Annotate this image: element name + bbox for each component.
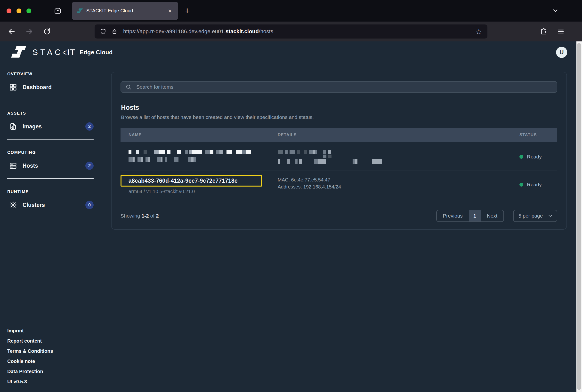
chevron-down-icon <box>547 213 553 218</box>
sidebar: OVERVIEW Dashboard ASSETS <box>0 63 101 392</box>
footer-link-data-protection[interactable]: Data Protection <box>7 369 101 374</box>
window-minimize-button[interactable] <box>17 8 21 13</box>
table-header: NAME DETAILS STATUS <box>121 128 557 142</box>
clusters-helm-icon <box>9 201 18 209</box>
browser-toolbar: https://app.rr-dev-a991186.dev.edge.eu01… <box>0 22 582 42</box>
host-addresses: Addresses: 192.168.4.154/24 <box>278 184 516 190</box>
sidebar-item-label: Hosts <box>23 162 38 169</box>
status-ready-dot <box>519 183 523 186</box>
per-page-select[interactable]: 5 per page <box>513 210 557 222</box>
host-meta: arm64 / v1.10.5-stackit.v0.21.0 <box>129 189 278 194</box>
page-scrollbar-thumb[interactable] <box>577 43 581 390</box>
pagination-summary: Showing 1-2 of 2 <box>121 213 159 219</box>
sidebar-section-runtime: RUNTIME <box>7 190 94 194</box>
product-name: Edge Cloud <box>80 49 113 56</box>
browser-tab-strip: STACKIT Edge Cloud × + <box>0 0 582 22</box>
sidebar-divider <box>7 139 94 140</box>
search-bar[interactable] <box>121 81 557 93</box>
firefox-view-icon[interactable] <box>54 7 62 15</box>
search-icon <box>125 84 132 90</box>
chrome-divider <box>44 2 44 20</box>
images-count-badge: 2 <box>85 122 94 130</box>
url-text: https://app.rr-dev-a991186.dev.edge.eu01… <box>123 28 473 35</box>
clusters-count-badge: 0 <box>85 201 94 209</box>
new-tab-button[interactable]: + <box>184 6 190 16</box>
host-name: a8cab433-760d-412a-9ce7-9c72e771718c <box>129 178 238 184</box>
sidebar-section-computing: COMPUTING <box>7 150 94 155</box>
footer-link-imprint[interactable]: Imprint <box>7 328 101 333</box>
tab-title: STACKIT Edge Cloud <box>86 8 167 14</box>
redacted-host-name <box>129 150 278 164</box>
url-bar[interactable]: https://app.rr-dev-a991186.dev.edge.eu01… <box>95 24 487 38</box>
search-input[interactable] <box>136 84 552 90</box>
browser-tab[interactable]: STACKIT Edge Cloud × <box>72 2 178 20</box>
window-controls <box>7 8 31 13</box>
host-name-highlight[interactable]: a8cab433-760d-412a-9ce7-9c72e771718c <box>121 175 262 186</box>
app-header: STAC<IT Edge Cloud U <box>0 42 582 63</box>
ui-version-label: UI v0.5.3 <box>7 379 101 384</box>
bookmark-star-icon[interactable]: ☆ <box>476 28 482 36</box>
column-header-details: DETAILS <box>278 132 516 137</box>
hosts-count-badge: 2 <box>85 162 94 170</box>
tracking-protection-shield-icon[interactable] <box>100 28 106 35</box>
status-ready-dot <box>519 155 523 159</box>
connection-lock-icon[interactable] <box>112 28 117 35</box>
per-page-value: 5 per page <box>518 213 543 219</box>
hosts-server-icon <box>9 162 18 170</box>
tab-list-chevron-icon[interactable] <box>552 7 559 14</box>
forward-button[interactable] <box>25 28 34 35</box>
sidebar-divider <box>7 100 94 100</box>
tab-close-icon[interactable]: × <box>167 7 173 14</box>
host-details-cell: MAC: 6e:4e:77:e5:54:47 Addresses: 192.16… <box>278 176 516 194</box>
hosts-panel: Hosts Browse a list of hosts that have b… <box>111 72 567 230</box>
user-avatar[interactable]: U <box>556 47 567 58</box>
sidebar-footer: Imprint Report content Terms & Condition… <box>0 328 101 384</box>
sidebar-item-clusters[interactable]: Clusters 0 <box>9 198 94 212</box>
window-zoom-button[interactable] <box>27 8 31 13</box>
sidebar-item-images[interactable]: Images 2 <box>9 120 94 133</box>
menu-hamburger-icon[interactable] <box>557 28 564 35</box>
images-file-icon <box>9 122 18 130</box>
host-status: Ready <box>516 182 557 188</box>
reload-button[interactable] <box>42 28 52 35</box>
page-subtitle: Browse a list of hosts that have been cr… <box>121 114 557 120</box>
redacted-host-details <box>278 150 516 164</box>
sidebar-divider <box>7 178 94 179</box>
back-button[interactable] <box>7 28 17 35</box>
sidebar-item-label: Dashboard <box>23 84 52 90</box>
sidebar-item-hosts[interactable]: Hosts 2 <box>9 159 94 172</box>
stackit-logo <box>11 45 26 59</box>
current-page-button[interactable]: 1 <box>469 210 481 222</box>
stackit-app: STAC<IT Edge Cloud U OVERVIEW Dashboard … <box>0 42 582 392</box>
page-scrollbar-track <box>576 42 582 392</box>
sidebar-item-label: Images <box>23 123 42 130</box>
tab-favicon-stackit <box>77 8 83 14</box>
host-row[interactable]: a8cab433-760d-412a-9ce7-9c72e771718c arm… <box>121 170 557 200</box>
sidebar-section-overview: OVERVIEW <box>7 72 94 76</box>
sidebar-item-label: Clusters <box>23 202 45 208</box>
host-mac: MAC: 6e:4e:77:e5:54:47 <box>278 176 516 184</box>
sidebar-section-assets: ASSETS <box>7 111 94 116</box>
pagination: Showing 1-2 of 2 Previous 1 Next 5 per p… <box>121 210 557 222</box>
column-header-name: NAME <box>121 132 278 137</box>
column-header-status: STATUS <box>516 132 557 137</box>
footer-link-report-content[interactable]: Report content <box>7 338 101 344</box>
sidebar-item-dashboard[interactable]: Dashboard <box>9 80 94 94</box>
footer-link-terms[interactable]: Terms & Conditions <box>7 348 101 354</box>
footer-link-cookie-note[interactable]: Cookie note <box>7 358 101 364</box>
host-status: Ready <box>516 154 557 160</box>
next-page-button[interactable]: Next <box>481 210 503 222</box>
main-content: Hosts Browse a list of hosts that have b… <box>101 63 582 392</box>
dashboard-grid-icon <box>9 83 18 91</box>
stackit-wordmark: STAC<IT <box>33 48 76 57</box>
hosts-table: NAME DETAILS STATUS <box>121 128 557 200</box>
window-close-button[interactable] <box>7 8 12 13</box>
extensions-puzzle-icon[interactable] <box>540 28 547 35</box>
previous-page-button[interactable]: Previous <box>437 210 469 222</box>
pager-group: Previous 1 Next <box>436 210 504 222</box>
page-title: Hosts <box>121 104 557 112</box>
host-name-cell: a8cab433-760d-412a-9ce7-9c72e771718c arm… <box>121 175 278 194</box>
host-row-redacted[interactable]: Ready <box>121 142 557 170</box>
